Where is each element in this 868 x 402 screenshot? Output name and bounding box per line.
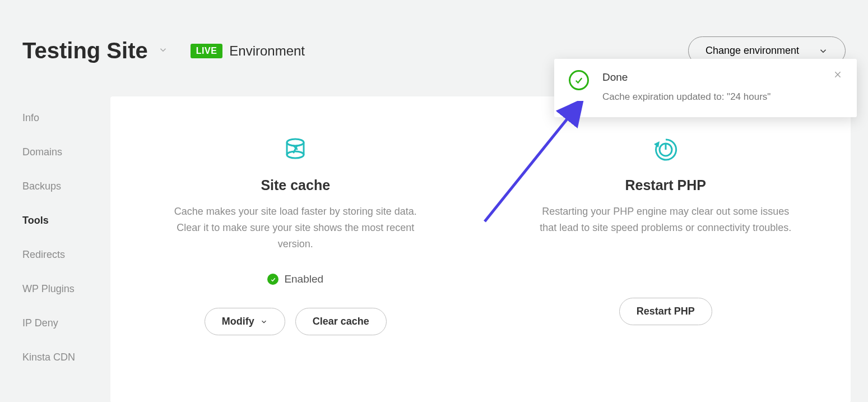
cache-icon — [281, 136, 309, 164]
cache-status: Enabled — [267, 273, 323, 285]
tools-panel-card: Site cache Cache makes your site load fa… — [110, 96, 851, 402]
chevron-down-icon — [260, 318, 268, 326]
toast-body: Done Cache expiration updated to: "24 ho… — [602, 70, 820, 103]
modify-cache-button[interactable]: Modify — [205, 308, 285, 335]
sidebar-item-backups[interactable]: Backups — [22, 181, 75, 192]
toast-notification: Done Cache expiration updated to: "24 ho… — [554, 59, 857, 117]
sidebar-item-ip-deny[interactable]: IP Deny — [22, 317, 75, 329]
sidebar: Info Domains Backups Tools Redirects WP … — [22, 112, 75, 363]
restart-php-description: Restarting your PHP engine may clear out… — [537, 204, 795, 236]
clear-cache-button[interactable]: Clear cache — [295, 308, 387, 335]
panel-site-cache: Site cache Cache makes your site load fa… — [110, 96, 481, 402]
php-actions: Restart PHP — [619, 298, 712, 325]
chevron-down-icon[interactable] — [158, 45, 168, 57]
sidebar-item-kinsta-cdn[interactable]: Kinsta CDN — [22, 352, 75, 363]
close-icon[interactable] — [833, 70, 842, 103]
site-cache-description: Cache makes your site load faster by sto… — [166, 204, 424, 252]
sidebar-item-tools[interactable]: Tools — [22, 215, 75, 227]
panel-restart-php: Restart PHP Restarting your PHP engine m… — [481, 96, 851, 402]
svg-point-1 — [287, 151, 304, 158]
toast-message: Cache expiration updated to: "24 hours" — [602, 91, 820, 103]
site-title: Testing Site — [22, 38, 148, 63]
restart-icon — [652, 136, 680, 164]
change-environment-label: Change environment — [705, 45, 799, 57]
cache-status-label: Enabled — [284, 273, 323, 285]
site-title-group: Testing Site — [22, 38, 168, 63]
site-cache-title: Site cache — [261, 177, 330, 193]
sidebar-item-domains[interactable]: Domains — [22, 146, 75, 158]
chevron-down-icon — [818, 46, 828, 56]
sidebar-item-redirects[interactable]: Redirects — [22, 249, 75, 261]
svg-point-0 — [287, 139, 304, 146]
modify-label: Modify — [222, 316, 254, 327]
toast-title: Done — [602, 71, 820, 84]
restart-php-button[interactable]: Restart PHP — [619, 298, 712, 325]
clear-cache-label: Clear cache — [313, 316, 369, 327]
page-header: Testing Site LIVE Environment Change env… — [0, 0, 868, 65]
sidebar-item-wp-plugins[interactable]: WP Plugins — [22, 283, 75, 295]
restart-php-label: Restart PHP — [637, 306, 695, 317]
check-circle-icon — [267, 274, 278, 285]
restart-php-title: Restart PHP — [625, 177, 707, 193]
success-icon — [569, 70, 589, 103]
live-badge: LIVE — [191, 44, 223, 58]
cache-actions: Modify Clear cache — [205, 308, 387, 335]
environment-label: Environment — [229, 43, 305, 59]
sidebar-item-info[interactable]: Info — [22, 112, 75, 124]
